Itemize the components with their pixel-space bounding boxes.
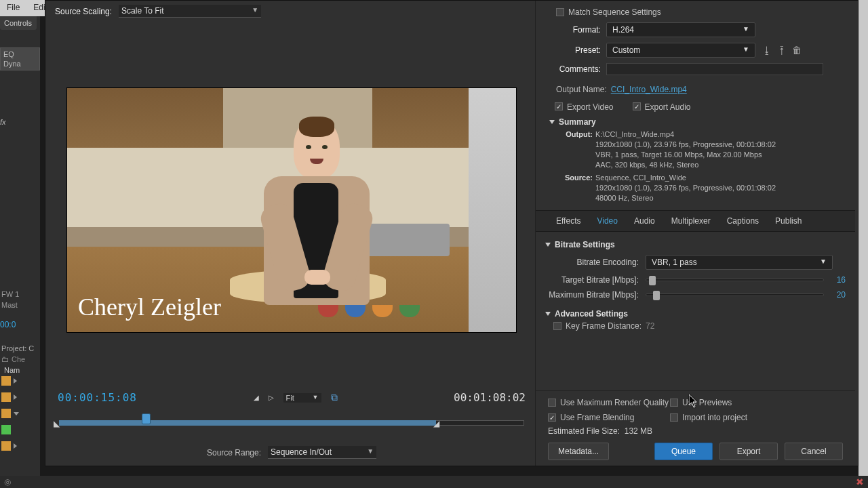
keyframe-distance-checkbox[interactable]: [553, 322, 561, 330]
lower-third-title: Cheryl Zeigler: [78, 293, 221, 321]
transport-controls: 00:00:15:08 ◢ ▷ Fit ▼ ⧉ 00:01:08:02 ◣ ◢: [55, 391, 528, 459]
import-project-label: Import into project: [682, 413, 747, 422]
import-preset-icon[interactable]: ⭱: [777, 45, 787, 56]
chevron-down-icon: [549, 120, 555, 124]
settings-tabs: Effects Video Audio Multiplexer Captions…: [536, 210, 855, 232]
target-bitrate-value[interactable]: 16: [824, 275, 846, 285]
tab-multiplexer[interactable]: Multiplexer: [663, 211, 719, 231]
export-settings-pane: Match Sequence Settings Format: H.264 ▼ …: [535, 1, 858, 466]
export-button[interactable]: Export: [719, 443, 778, 460]
output-name-label: Output Name:: [556, 85, 607, 94]
chevron-down-icon: ▼: [252, 6, 258, 16]
fx-label: fx: [0, 118, 40, 126]
cancel-button[interactable]: Cancel: [785, 443, 843, 460]
play-icon[interactable]: ▷: [269, 394, 274, 401]
use-previews-label: Use Previews: [682, 398, 732, 407]
bin-row[interactable]: [1, 374, 39, 388]
menu-file[interactable]: File: [0, 0, 26, 16]
tab-publish[interactable]: Publish: [767, 211, 810, 231]
target-bitrate-label: Target Bitrate [Mbps]:: [545, 275, 646, 285]
status-bar: ◎ ✖: [0, 476, 868, 488]
max-bitrate-label: Maximum Bitrate [Mbps]:: [545, 290, 646, 300]
comments-input[interactable]: [606, 63, 823, 75]
current-timecode[interactable]: 00:00:15:08: [58, 391, 137, 404]
export-settings-dialog: Source Scaling: Scale To Fit ▼: [45, 0, 859, 466]
summary-source: Sequence, CCI_Intro_Wide 1920x1080 (1.0)…: [595, 173, 846, 203]
max-render-quality-label: Use Maximum Render Quality: [560, 398, 669, 407]
frame-blending-checkbox[interactable]: ✓: [548, 413, 556, 422]
queue-button[interactable]: Queue: [654, 443, 713, 460]
bin-row[interactable]: [1, 439, 39, 453]
cc-icon[interactable]: ◎: [4, 477, 11, 487]
match-sequence-label: Match Sequence Settings: [568, 7, 661, 17]
zoom-fit-dropdown[interactable]: Fit ▼: [283, 393, 321, 403]
save-preset-icon[interactable]: ⭳: [762, 45, 772, 56]
close-icon[interactable]: ✖: [856, 476, 864, 487]
scrub-bar[interactable]: ◣ ◢: [55, 408, 528, 428]
import-project-checkbox[interactable]: [670, 413, 678, 422]
preset-label: Preset:: [545, 45, 606, 55]
chevron-down-icon: [545, 243, 551, 247]
chevron-down-icon: ▼: [367, 447, 374, 457]
use-previews-checkbox[interactable]: [670, 399, 678, 407]
target-bitrate-slider[interactable]: [646, 279, 824, 281]
out-point-handle[interactable]: ◢: [433, 419, 439, 428]
left-panels: Controls EQ Dyna fx FW 1 Mast 00:0 Proje…: [0, 16, 41, 477]
source-range-label: Source Range:: [207, 448, 261, 458]
duration-timecode: 00:01:08:02: [454, 391, 526, 404]
export-video-label: Export Video: [567, 102, 614, 112]
format-dropdown[interactable]: H.264 ▼: [606, 22, 755, 37]
export-video-checkbox[interactable]: ✓: [555, 102, 563, 110]
bitrate-encoding-dropdown[interactable]: VBR, 1 pass ▼: [646, 255, 833, 270]
output-name-link[interactable]: CCI_Intro_Wide.mp4: [611, 85, 687, 94]
tab-video[interactable]: Video: [589, 211, 625, 231]
bitrate-settings-toggle[interactable]: Bitrate Settings: [545, 240, 846, 249]
column-name[interactable]: Nam: [4, 366, 39, 374]
source-range-dropdown[interactable]: Sequence In/Out ▼: [268, 446, 376, 459]
export-audio-label: Export Audio: [645, 102, 691, 112]
tab-audio[interactable]: Audio: [626, 211, 663, 231]
preview-video[interactable]: Cheryl Zeigler: [66, 87, 517, 333]
eq-insert-list[interactable]: EQ Dyna: [0, 47, 40, 70]
step-back-icon[interactable]: ◢: [254, 394, 259, 401]
bin-row[interactable]: [1, 390, 39, 404]
search-input[interactable]: Che: [12, 355, 25, 363]
summary-output: K:\CCI_Intro_Wide.mp4 1920x1080 (1.0), 2…: [595, 129, 846, 170]
match-sequence-checkbox[interactable]: [556, 8, 564, 16]
project-panel-label: Project: C: [1, 344, 39, 352]
format-label: Format:: [545, 25, 606, 35]
chevron-down-icon: ▼: [313, 394, 319, 402]
timecode-small: 00:0: [0, 320, 40, 329]
export-audio-checkbox[interactable]: ✓: [633, 102, 641, 110]
preset-dropdown[interactable]: Custom ▼: [606, 43, 755, 58]
tab-audio-controls[interactable]: Controls: [0, 16, 37, 30]
mixer-truncated: FW 1 Mast: [0, 289, 40, 310]
chevron-down-icon: ▼: [743, 25, 749, 35]
source-scaling-dropdown[interactable]: Scale To Fit ▼: [119, 5, 261, 18]
chevron-down-icon: ▼: [743, 45, 749, 55]
folder-icon[interactable]: 🗀: [1, 355, 9, 363]
tab-effects[interactable]: Effects: [548, 211, 589, 231]
max-render-quality-checkbox[interactable]: [548, 399, 556, 407]
estimated-size-value: 132 MB: [625, 426, 652, 436]
bitrate-encoding-label: Bitrate Encoding:: [545, 258, 646, 267]
summary-toggle[interactable]: Summary: [549, 117, 846, 127]
playhead[interactable]: [142, 413, 151, 424]
frame-blending-label: Use Frame Blending: [560, 413, 634, 422]
advanced-settings-toggle[interactable]: Advanced Settings: [545, 309, 846, 319]
delete-preset-icon[interactable]: 🗑: [792, 45, 802, 56]
max-bitrate-slider[interactable]: [646, 293, 824, 296]
chevron-down-icon: ▼: [820, 258, 827, 267]
max-bitrate-value[interactable]: 20: [824, 290, 846, 300]
tab-captions[interactable]: Captions: [719, 211, 767, 231]
metadata-button[interactable]: Metadata...: [548, 443, 609, 460]
sequence-row[interactable]: [1, 423, 39, 436]
keyframe-distance-label: Key Frame Distance:: [566, 321, 642, 331]
export-preview-pane: Source Scaling: Scale To Fit ▼: [45, 1, 535, 466]
crop-icon[interactable]: ⧉: [331, 392, 338, 403]
source-scaling-label: Source Scaling:: [55, 7, 112, 16]
chevron-down-icon: [545, 312, 551, 316]
keyframe-distance-value[interactable]: 72: [646, 321, 654, 331]
estimated-size-label: Estimated File Size:: [548, 426, 620, 436]
bin-row[interactable]: [1, 407, 39, 420]
